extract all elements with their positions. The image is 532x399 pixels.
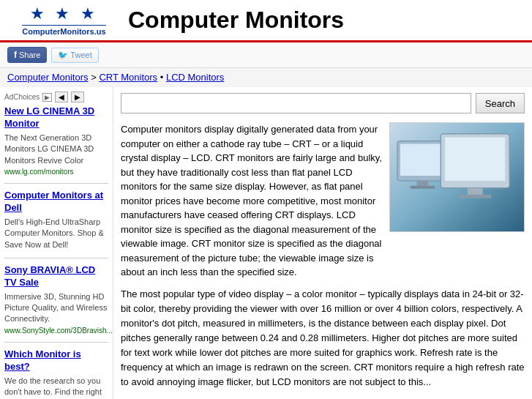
ad-prev-btn[interactable]: ◀: [55, 92, 68, 102]
logo-area: ★ ★ ★ ComputerMonitors.us: [7, 4, 121, 36]
svg-rect-3: [417, 181, 429, 187]
header: ★ ★ ★ ComputerMonitors.us Computer Monit…: [0, 0, 532, 42]
monitor-image: [389, 122, 525, 232]
social-bar: f Share 🐦 Tweet: [0, 42, 532, 68]
svg-rect-4: [411, 186, 435, 189]
sidebar-ad-2: Sony BRAVIA® LCD TV Sale Immersive 3D, S…: [4, 264, 108, 335]
content-area: Search Computer monitors display digital…: [113, 87, 532, 399]
article-body-text: The most popular type of video display –…: [121, 287, 525, 390]
sidebar-ad-0-desc: The Next Generation 3D Monitors LG CINEM…: [4, 133, 108, 166]
ad-label-text: AdChoices: [4, 93, 40, 101]
sidebar-ad-1-title[interactable]: Computer Monitors at Dell: [4, 190, 108, 215]
sidebar-divider-1: [4, 258, 108, 258]
breadcrumb-sep2: •: [160, 72, 166, 83]
article-top: Computer monitors display digitally gene…: [121, 122, 525, 280]
sidebar-ad-0-url[interactable]: www.lg.com/monitors: [4, 168, 108, 176]
article-body: The most popular type of video display –…: [121, 287, 525, 390]
logo-text: ComputerMonitors.us: [22, 25, 105, 36]
sidebar: AdChoices ▶ ◀ ▶ New LG CINEMA 3D Monitor…: [0, 87, 113, 399]
ad-next-btn[interactable]: ▶: [71, 92, 84, 102]
search-row: Search: [121, 93, 525, 113]
sidebar-ad-3-title[interactable]: Which Monitor is best?: [4, 348, 108, 373]
site-title: Computer Monitors: [121, 7, 525, 34]
search-button[interactable]: Search: [476, 93, 525, 113]
ad-label: AdChoices ▶ ◀ ▶: [4, 92, 108, 102]
sidebar-ad-2-url[interactable]: www.SonyStyle.com/3DBravish...: [4, 327, 108, 335]
tweet-label: Tweet: [70, 51, 91, 59]
breadcrumb-bar: Computer Monitors > CRT Monitors • LCD M…: [0, 68, 532, 87]
twitter-icon: 🐦: [58, 51, 68, 60]
breadcrumb-lcd[interactable]: LCD Monitors: [166, 72, 224, 83]
sidebar-divider-0: [4, 183, 108, 184]
fb-icon: f: [14, 50, 17, 60]
sidebar-ad-2-title[interactable]: Sony BRAVIA® LCD TV Sale: [4, 264, 108, 289]
svg-rect-2: [400, 143, 445, 176]
sidebar-ad-2-desc: Immersive 3D, Stunning HD Picture Qualit…: [4, 291, 108, 325]
share-label: Share: [19, 51, 40, 59]
share-button[interactable]: f Share: [7, 47, 47, 63]
sidebar-ad-1: Computer Monitors at Dell Dell's High-En…: [4, 190, 108, 250]
main-layout: AdChoices ▶ ◀ ▶ New LG CINEMA 3D Monitor…: [0, 87, 532, 399]
svg-rect-9: [468, 188, 483, 195]
breadcrumb-sep1: >: [91, 72, 99, 83]
sidebar-ad-0: New LG CINEMA 3D Monitor The Next Genera…: [4, 105, 108, 176]
sidebar-ad-1-desc: Dell's High-End UltraSharp Computer Moni…: [4, 217, 108, 250]
breadcrumb-crt[interactable]: CRT Monitors: [99, 72, 157, 83]
sidebar-ad-0-title[interactable]: New LG CINEMA 3D Monitor: [4, 105, 108, 130]
sidebar-ad-3-desc: We do the research so you don't have to.…: [4, 376, 108, 399]
breadcrumb-home[interactable]: Computer Monitors: [7, 72, 89, 83]
article-intro: Computer monitors display digitally gene…: [121, 122, 382, 280]
sidebar-ad-3: Which Monitor is best? We do the researc…: [4, 348, 108, 399]
sidebar-divider-2: [4, 342, 108, 343]
search-input[interactable]: [121, 93, 471, 113]
svg-rect-10: [459, 195, 492, 198]
ad-info-icon[interactable]: ▶: [42, 93, 52, 102]
tweet-button[interactable]: 🐦 Tweet: [51, 48, 98, 63]
logo-stars: ★ ★ ★: [30, 4, 97, 23]
